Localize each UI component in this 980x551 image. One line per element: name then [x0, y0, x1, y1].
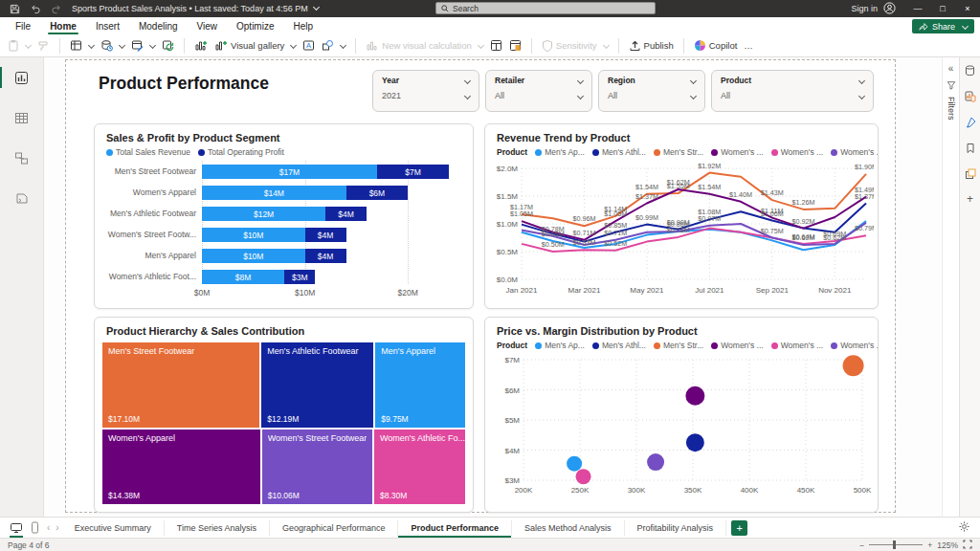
- scatter-point[interactable]: [567, 456, 582, 472]
- scatter-chart-card[interactable]: Price vs. Margin Distribution by Product…: [484, 317, 879, 513]
- desktop-layout-button[interactable]: [10, 522, 23, 534]
- bar-segment[interactable]: $4M: [305, 249, 346, 263]
- save-icon[interactable]: [10, 4, 20, 14]
- bar-segment[interactable]: $3M: [284, 270, 315, 284]
- bar-segment[interactable]: $17M: [202, 165, 377, 179]
- zoom-slider-thumb[interactable]: [893, 540, 896, 549]
- line-chart-card[interactable]: Revenue Trend by Product Product Men's A…: [484, 123, 879, 309]
- quick-measure-button[interactable]: [509, 39, 522, 52]
- bar-segment[interactable]: $10M: [202, 228, 305, 242]
- slicer-region[interactable]: Region All: [598, 70, 705, 112]
- bar-segment[interactable]: $12M: [202, 207, 325, 221]
- data-hub-button[interactable]: [100, 39, 124, 52]
- get-data-button[interactable]: [70, 39, 94, 52]
- legend-item[interactable]: Women's ...: [831, 341, 878, 350]
- treemap-node[interactable]: Men's Apparel$9.75M: [375, 342, 465, 428]
- slicer-header-chevron-icon[interactable]: [464, 77, 471, 83]
- prev-page-arrow[interactable]: ‹: [47, 522, 50, 533]
- bar-chart-card[interactable]: Sales & Profit by Product Segment Total …: [94, 123, 474, 309]
- treemap-node[interactable]: Women's Athletic Fo...$8.30M: [374, 430, 465, 504]
- treemap-node[interactable]: Men's Athletic Footwear$12.19M: [261, 342, 373, 428]
- slicer-product[interactable]: Product All: [711, 70, 874, 112]
- minimize-button[interactable]: —: [905, 0, 930, 17]
- format-pane-button[interactable]: [965, 115, 976, 132]
- scatter-point[interactable]: [686, 433, 704, 452]
- treemap-node[interactable]: Women's Apparel$14.38M: [102, 430, 260, 504]
- visualizations-pane-button[interactable]: [965, 89, 976, 106]
- menu-insert[interactable]: Insert: [86, 19, 129, 34]
- document-title[interactable]: Sports Product Sales Analysis • Last sav…: [72, 4, 319, 13]
- bar-segment[interactable]: $8M: [202, 270, 284, 284]
- legend-item[interactable]: Men's Ap...: [535, 341, 585, 350]
- zoom-out-button[interactable]: −: [859, 540, 864, 550]
- legend-item[interactable]: Men's Athl...: [592, 341, 646, 350]
- scatter-plot[interactable]: 200K250K300K350K400K450K500K$3M$4M$5M$6M…: [491, 352, 874, 505]
- slicer-value-chevron-icon[interactable]: [464, 92, 471, 99]
- scatter-point[interactable]: [685, 386, 704, 406]
- slicer-year[interactable]: Year 2021: [372, 70, 479, 112]
- bar-segment[interactable]: $6M: [346, 186, 409, 200]
- treemap-card[interactable]: Product Hierarchy & Sales Contribution M…: [94, 317, 474, 513]
- format-painter-button[interactable]: [37, 40, 50, 52]
- page-tab-executive-summary[interactable]: Executive Summary: [62, 520, 165, 536]
- bar-segment[interactable]: $10M: [202, 249, 305, 263]
- sensitivity-button[interactable]: Sensitivity: [542, 39, 609, 52]
- page-tab-profitability[interactable]: Profitability Analysis: [625, 520, 727, 536]
- legend-item[interactable]: Men's Str...: [654, 341, 703, 350]
- page-tab-geographical[interactable]: Geographical Performance: [270, 520, 399, 536]
- legend-item[interactable]: Women's ...: [711, 147, 763, 157]
- more-options-button[interactable]: …: [744, 40, 753, 51]
- report-canvas[interactable]: Product Performance Year 2021 Retailer A…: [65, 59, 896, 513]
- sign-in-button[interactable]: Sign in: [851, 4, 878, 13]
- maximize-button[interactable]: □: [930, 0, 955, 17]
- visual-gallery-button[interactable]: Visual gallery: [214, 39, 296, 52]
- redo-icon[interactable]: [51, 4, 62, 14]
- close-button[interactable]: ×: [955, 0, 980, 17]
- new-page-button[interactable]: +: [731, 520, 747, 536]
- menu-home[interactable]: Home: [40, 19, 86, 34]
- mobile-layout-button[interactable]: [31, 521, 39, 534]
- next-page-arrow[interactable]: ›: [56, 522, 58, 533]
- legend-item[interactable]: Women's ...: [831, 147, 878, 157]
- bar-segment[interactable]: $4M: [305, 228, 346, 242]
- menu-help[interactable]: Help: [283, 19, 323, 34]
- legend-item[interactable]: Women's ...: [771, 147, 823, 157]
- undo-icon[interactable]: [30, 4, 41, 14]
- search-input[interactable]: Search: [435, 2, 656, 14]
- new-visual-button[interactable]: [194, 39, 208, 52]
- slicer-retailer[interactable]: Retailer All: [485, 70, 592, 112]
- report-view-button[interactable]: [0, 65, 44, 90]
- bar-segment[interactable]: $14M: [202, 186, 346, 200]
- table-view-button[interactable]: [0, 105, 44, 130]
- dax-query-view-button[interactable]: [0, 186, 44, 210]
- zoom-in-button[interactable]: +: [927, 540, 932, 550]
- scatter-point[interactable]: [843, 355, 864, 376]
- legend-item[interactable]: Women's ...: [771, 341, 823, 350]
- bar-segment[interactable]: $7M: [377, 165, 449, 179]
- add-pane-button[interactable]: +: [967, 192, 973, 206]
- account-avatar[interactable]: [883, 2, 896, 16]
- legend-item[interactable]: Women's ...: [711, 341, 763, 350]
- zoom-slider[interactable]: [869, 544, 923, 545]
- share-button[interactable]: Share: [912, 19, 974, 33]
- text-box-button[interactable]: A: [302, 39, 315, 52]
- menu-view[interactable]: View: [188, 19, 228, 34]
- expand-filters-icon[interactable]: «: [948, 63, 954, 74]
- fit-to-page-icon[interactable]: [963, 540, 972, 551]
- bookmarks-pane-button[interactable]: [966, 141, 975, 158]
- menu-modeling[interactable]: Modeling: [129, 19, 188, 34]
- page-tab-time-series[interactable]: Time Series Analysis: [165, 520, 270, 536]
- scatter-point[interactable]: [647, 453, 664, 471]
- scatter-point[interactable]: [576, 469, 591, 484]
- data-pane-button[interactable]: [965, 63, 975, 80]
- page-tab-sales-method[interactable]: Sales Method Analysis: [512, 520, 625, 536]
- calculation-group-button[interactable]: [490, 39, 502, 52]
- new-visual-calculation-button[interactable]: New visual calculation: [366, 39, 482, 52]
- selection-pane-button[interactable]: [965, 166, 976, 184]
- model-view-button[interactable]: [0, 145, 44, 170]
- treemap-node[interactable]: Women's Street Footwear$10.06M: [262, 430, 372, 504]
- line-chart-plot[interactable]: Jan 2021Mar 2021May 2021Jul 2021Sep 2021…: [491, 159, 874, 304]
- treemap-node[interactable]: Men's Street Footwear$17.10M: [102, 342, 259, 428]
- paste-button[interactable]: [8, 39, 31, 52]
- filters-pane-collapsed[interactable]: « Filters: [942, 57, 959, 517]
